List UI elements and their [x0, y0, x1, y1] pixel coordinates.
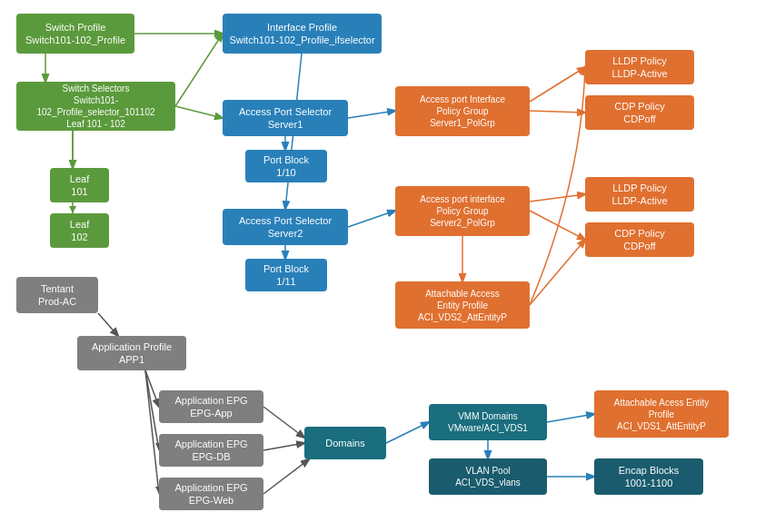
- svg-line-28: [547, 414, 594, 422]
- encap-blocks-node: Encap Blocks 1001-1100: [594, 458, 703, 495]
- leaf-102-node: Leaf 102: [50, 213, 109, 248]
- access-port-sel-server2-node: Access Port Selector Server2: [223, 209, 348, 245]
- app-profile-node: Application Profile APP1: [77, 336, 186, 370]
- epg-web-node: Application EPG EPG-Web: [159, 478, 263, 510]
- cdp-policy-1-node: CDP Policy CDPoff: [585, 95, 694, 130]
- access-port-ipg-server1-node: Access port Interface Policy Group Serve…: [395, 86, 530, 136]
- switch-selectors-node: Switch Selectors Switch101-102_Profile_s…: [16, 82, 175, 131]
- cdp-policy-2-node: CDP Policy CDPoff: [585, 222, 694, 257]
- svg-line-27: [386, 422, 429, 443]
- epg-app-node: Application EPG EPG-App: [159, 390, 263, 423]
- svg-line-20: [145, 370, 159, 450]
- svg-line-17: [530, 240, 585, 305]
- svg-marker-5: [69, 206, 76, 213]
- diagram: Switch Profile Switch101-102_Profile Int…: [0, 0, 775, 532]
- vlan-pool-node: VLAN Pool ACI_VDS_vlans: [429, 458, 547, 495]
- access-port-ipg-server2-node: Access port interface Policy Group Serve…: [395, 186, 530, 236]
- switch-profile-node: Switch Profile Switch101-102_Profile: [16, 14, 134, 54]
- lldp-policy-1-node: LLDP Policy LLDP-Active: [585, 50, 694, 84]
- svg-line-19: [145, 370, 159, 407]
- lldp-policy-2-node: LLDP Policy LLDP-Active: [585, 177, 694, 212]
- svg-line-26: [263, 459, 309, 494]
- svg-line-2: [175, 34, 223, 106]
- svg-line-18: [98, 313, 118, 336]
- svg-line-22: [145, 370, 159, 494]
- svg-line-12: [530, 67, 585, 102]
- attachable-aes-profile-node: Attachable Acess Entity Profile ACI_VDS1…: [594, 390, 729, 438]
- leaf-101-node: Leaf 101: [50, 168, 109, 202]
- svg-line-6: [175, 106, 223, 118]
- svg-line-25: [263, 443, 304, 450]
- svg-line-15: [530, 211, 585, 240]
- access-port-sel-server1-node: Access Port Selector Server1: [223, 100, 348, 136]
- tenant-node: Tentant Prod-AC: [16, 277, 98, 313]
- svg-line-8: [348, 111, 395, 118]
- attachable-ae-profile-node: Attachable Access Entity Profile ACI_VDS…: [395, 281, 530, 329]
- port-block-111-node: Port Block 1/11: [245, 259, 327, 291]
- vmm-domains-node: VMM Domains VMware/ACI_VDS1: [429, 404, 547, 440]
- svg-line-24: [263, 407, 304, 438]
- svg-line-10: [348, 211, 395, 227]
- interface-profile-node: Interface Profile Switch101-102_Profile_…: [223, 14, 382, 54]
- port-block-110-node: Port Block 1/10: [245, 150, 327, 182]
- domains-node: Domains: [304, 427, 386, 459]
- epg-db-node: Application EPG EPG-DB: [159, 434, 263, 467]
- svg-line-13: [530, 111, 585, 113]
- svg-line-14: [530, 194, 585, 202]
